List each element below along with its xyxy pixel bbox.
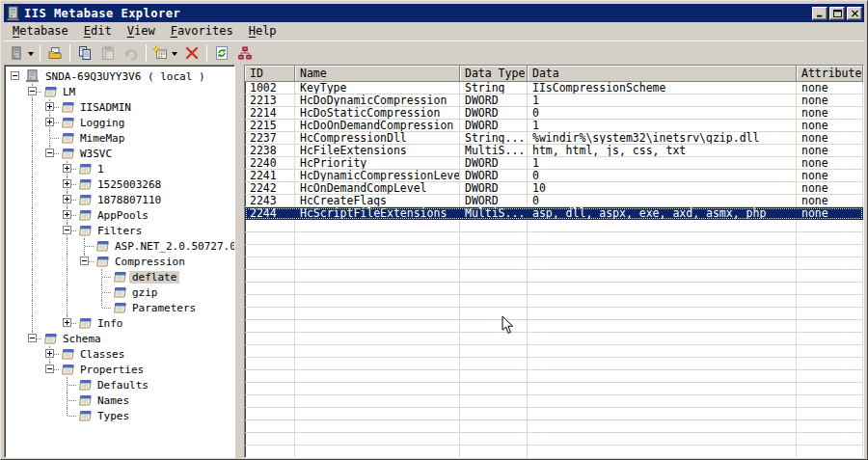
table-row[interactable]: 2237HcCompressionDllString...%windir%\sy… xyxy=(245,132,863,145)
maximize-button[interactable] xyxy=(829,7,845,20)
tree-label[interactable]: 1 xyxy=(95,163,107,176)
tree-label[interactable]: Classes xyxy=(77,348,127,361)
tree-item-w3svc[interactable]: W3SVC xyxy=(7,146,234,161)
cell-data: 1 xyxy=(528,95,797,107)
tree-label[interactable]: Logging xyxy=(77,117,127,129)
column-header-data-type[interactable]: Data Type xyxy=(460,66,528,82)
empty-cell xyxy=(528,408,797,420)
tree-item-logging[interactable]: Logging xyxy=(7,115,234,130)
toolbar-open-folder-button[interactable] xyxy=(43,42,67,64)
tree-item-lm[interactable]: LM xyxy=(7,84,234,99)
close-button[interactable] xyxy=(847,7,862,20)
collapse-expander-icon[interactable] xyxy=(11,71,19,80)
expand-expander-icon[interactable] xyxy=(63,318,71,327)
table-row[interactable]: 2238HcFileExtensionsMultiS...htm, html, … xyxy=(245,145,863,157)
column-header-attributes[interactable]: Attributes xyxy=(797,66,863,82)
column-header-name[interactable]: Name xyxy=(295,66,460,82)
tree-item-names[interactable]: Names xyxy=(7,392,234,408)
tree-label[interactable]: LM xyxy=(60,86,78,98)
collapse-expander-icon[interactable] xyxy=(63,226,71,234)
tree-item-1878807110[interactable]: 1878807110 xyxy=(7,192,234,207)
tree-item-properties[interactable]: Properties xyxy=(7,362,234,377)
table-row[interactable]: 2215HcDoOnDemandCompressionDWORD1none xyxy=(245,120,863,132)
collapse-expander-icon[interactable] xyxy=(45,365,54,373)
tree-item-gzip[interactable]: gzip xyxy=(7,284,234,300)
tree-item-1[interactable]: 1 xyxy=(7,161,234,176)
dropdown-arrow-icon[interactable] xyxy=(28,52,34,59)
menu-help[interactable]: Help xyxy=(241,23,285,40)
tree-item-1525003268[interactable]: 1525003268 xyxy=(7,176,234,192)
tree-item-defaults[interactable]: Defaults xyxy=(7,377,234,392)
tree-label[interactable]: Compression xyxy=(112,256,188,268)
cell-id: 2244 xyxy=(245,207,295,220)
menu-favorites[interactable]: Favorites xyxy=(163,23,241,40)
dropdown-arrow-icon[interactable] xyxy=(172,52,177,59)
tree-label[interactable]: 1878807110 xyxy=(95,194,164,206)
tree-item-filters[interactable]: Filters xyxy=(7,223,234,238)
tree-item-iisadmin[interactable]: IISADMIN xyxy=(7,99,234,115)
tree-label[interactable]: SNDA-69Q3UYY3V6 ( local ) xyxy=(42,70,208,83)
tree-item-parameters[interactable]: Parameters xyxy=(7,300,234,315)
expand-expander-icon[interactable] xyxy=(63,164,71,173)
toolbar-delete-button[interactable] xyxy=(180,42,203,64)
tree-item-classes[interactable]: Classes xyxy=(7,346,234,362)
expand-expander-icon[interactable] xyxy=(63,210,71,219)
menu-metabase[interactable]: Metabase xyxy=(5,23,76,40)
minimize-button[interactable] xyxy=(812,7,827,20)
tree-label[interactable]: Properties xyxy=(77,364,147,376)
table-row[interactable]: 2214HcDoStaticCompressionDWORD0none xyxy=(245,107,863,120)
menu-edit[interactable]: Edit xyxy=(76,23,120,40)
table-row[interactable]: 2242HcOnDemandCompLevelDWORD10none xyxy=(245,182,863,195)
table-row[interactable]: 2243HcCreateFlagsDWORD0none xyxy=(245,195,863,207)
tree-label[interactable]: ASP.NET_2.0.50727.0 xyxy=(112,240,235,253)
tree-item-snda-69q3uyy3v6-local[interactable]: SNDA-69Q3UYY3V6 ( local ) xyxy=(7,68,234,84)
table-row[interactable]: 2241HcDynamicCompressionLevelDWORD0none xyxy=(245,170,863,182)
toolbar-new-key-button[interactable] xyxy=(149,42,180,64)
tree-label[interactable]: Info xyxy=(95,317,126,330)
empty-cell xyxy=(460,295,528,308)
tree-label[interactable]: MimeMap xyxy=(77,132,127,145)
tree-label[interactable]: 1525003268 xyxy=(95,178,164,191)
toolbar-hierarchy-button[interactable] xyxy=(233,42,257,64)
tree-label[interactable]: AppPools xyxy=(95,209,151,222)
tree-label[interactable]: Parameters xyxy=(129,302,199,314)
tree-item-info[interactable]: Info xyxy=(7,315,234,331)
tree-label[interactable]: IISADMIN xyxy=(77,101,134,114)
toolbar-connect-server-button[interactable] xyxy=(6,42,37,64)
toolbar-refresh-button[interactable] xyxy=(210,42,233,64)
tree-item-types[interactable]: Types xyxy=(7,408,234,423)
tree-item-asp-net-2-0-50727-0[interactable]: ASP.NET_2.0.50727.0 xyxy=(7,238,234,254)
column-header-id[interactable]: ID xyxy=(245,66,295,82)
expand-expander-icon[interactable] xyxy=(63,195,71,203)
tree-label[interactable]: Types xyxy=(95,410,132,422)
expand-expander-icon[interactable] xyxy=(45,349,54,358)
tree-label[interactable]: W3SVC xyxy=(77,148,115,160)
tree-item-deflate[interactable]: deflate xyxy=(7,269,234,284)
tree-connector xyxy=(59,176,76,192)
table-row[interactable]: 2244HcScriptFileExtensionsMultiS...asp, … xyxy=(245,207,863,220)
collapse-expander-icon[interactable] xyxy=(45,149,54,157)
expand-expander-icon[interactable] xyxy=(45,102,54,111)
tree-item-compression[interactable]: Compression xyxy=(7,254,234,269)
tree-label[interactable]: Schema xyxy=(60,333,104,345)
tree-label[interactable]: deflate xyxy=(129,271,179,284)
tree-item-apppools[interactable]: AppPools xyxy=(7,207,234,223)
menu-view[interactable]: View xyxy=(120,23,163,40)
collapse-expander-icon[interactable] xyxy=(80,257,89,265)
panel-splitter[interactable] xyxy=(235,65,244,458)
table-row[interactable]: 1002KeyTypeStringIIsCompressionSchemenon… xyxy=(245,82,863,95)
tree-item-schema[interactable]: Schema xyxy=(7,331,234,346)
collapse-expander-icon[interactable] xyxy=(28,334,37,342)
tree-label[interactable]: Filters xyxy=(95,225,145,237)
expand-expander-icon[interactable] xyxy=(45,118,54,126)
table-row[interactable]: 2213HcDoDynamicCompressionDWORD1none xyxy=(245,95,863,107)
expand-expander-icon[interactable] xyxy=(63,179,71,188)
toolbar-copy-button[interactable] xyxy=(73,42,96,64)
tree-label[interactable]: Names xyxy=(95,394,132,407)
table-row[interactable]: 2240HcPriorityDWORD1none xyxy=(245,157,863,170)
column-header-data[interactable]: Data xyxy=(528,66,797,82)
collapse-expander-icon[interactable] xyxy=(28,87,37,95)
tree-label[interactable]: gzip xyxy=(129,286,161,299)
tree-label[interactable]: Defaults xyxy=(95,379,151,392)
tree-item-mimemap[interactable]: MimeMap xyxy=(7,130,234,146)
